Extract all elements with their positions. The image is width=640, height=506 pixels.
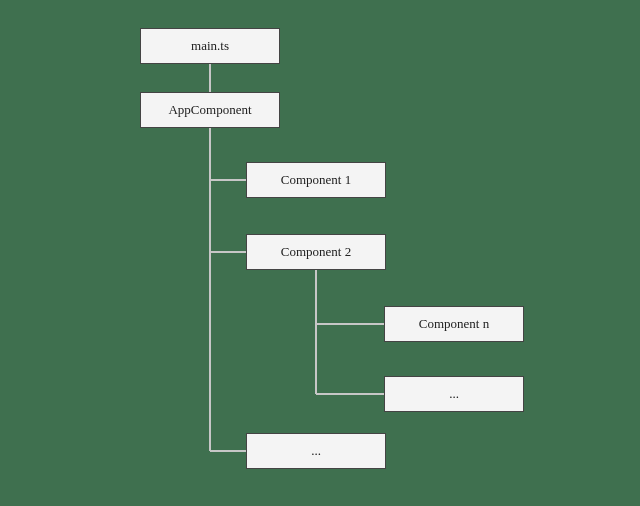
node-app-component: AppComponent (140, 92, 280, 128)
diagram-stage: main.ts AppComponent Component 1 Compone… (0, 0, 640, 506)
node-label: Component 1 (281, 172, 351, 188)
node-label: Component 2 (281, 244, 351, 260)
node-ellipsis-children-of-component-2: ... (384, 376, 524, 412)
node-label: AppComponent (168, 102, 251, 118)
node-main-ts: main.ts (140, 28, 280, 64)
node-label: ... (311, 443, 321, 459)
node-component-n: Component n (384, 306, 524, 342)
node-label: ... (449, 386, 459, 402)
node-component-2: Component 2 (246, 234, 386, 270)
node-label: main.ts (191, 38, 229, 54)
node-component-1: Component 1 (246, 162, 386, 198)
node-ellipsis-children-of-app: ... (246, 433, 386, 469)
node-label: Component n (419, 316, 489, 332)
